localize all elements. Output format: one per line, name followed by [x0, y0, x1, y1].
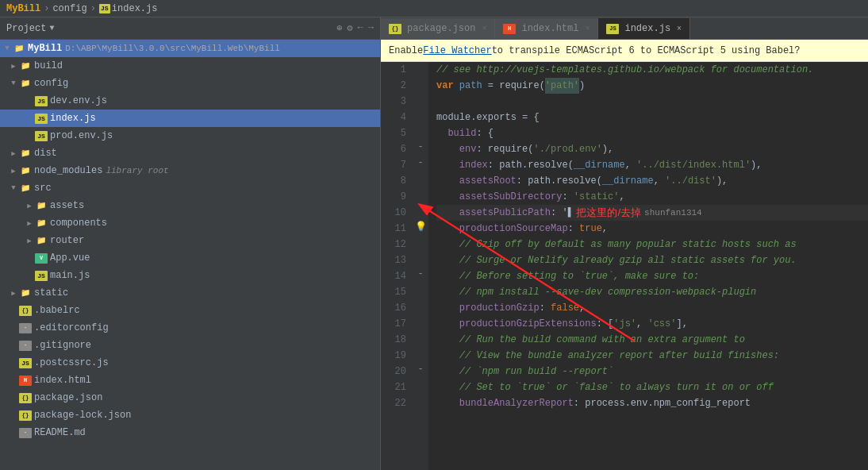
- settings-icon[interactable]: ⚙: [347, 22, 352, 34]
- code-line-1: // see http://vuejs-templates.github.io/…: [436, 62, 868, 78]
- code-token: __dirname: [574, 157, 625, 173]
- tree-item-.gitignore[interactable]: ·.gitignore: [0, 337, 380, 354]
- tree-label: src: [34, 183, 52, 194]
- tree-item-index.html[interactable]: Hindex.html: [0, 372, 380, 389]
- project-label: Project: [6, 23, 46, 34]
- code-line-21: // Set to `true` or `false` to always tu…: [436, 379, 868, 395]
- tab-package.json[interactable]: {}package.json×: [381, 18, 495, 39]
- tree-arrow: ▶: [8, 167, 19, 175]
- tree-item-.editorconfig[interactable]: ·.editorconfig: [0, 319, 380, 337]
- tree-arrow: ▶: [24, 237, 35, 245]
- js-tab-icon: JS: [606, 24, 619, 34]
- js-icon: JS: [35, 131, 48, 141]
- code-line-4: module.exports = {: [436, 110, 868, 125]
- title-indexjs: index.js: [112, 3, 158, 14]
- code-line-11: productionSourceMap: true,: [436, 221, 868, 237]
- tree-item-.postcssrc.js[interactable]: JS.postcssrc.js: [0, 354, 380, 372]
- tab-index.html[interactable]: Hindex.html×: [495, 18, 598, 39]
- folder-icon: 📁: [19, 148, 32, 159]
- code-token: ),: [751, 157, 762, 173]
- title-mybill: MyBill: [6, 3, 40, 14]
- file-watcher-link[interactable]: File Watcher: [423, 45, 491, 56]
- code-token: env: [436, 141, 476, 157]
- folder-icon: 📁: [19, 60, 32, 71]
- code-line-16: productionGzip: false,: [436, 300, 868, 316]
- tree-label: config: [34, 78, 68, 89]
- tree-item-prod.env.js[interactable]: JSprod.env.js: [0, 127, 380, 144]
- tree-label: .babelrc: [34, 305, 80, 316]
- root-arrow: ▼: [2, 44, 13, 52]
- tree-item-node_modules[interactable]: ▶📁node_moduleslibrary root: [0, 162, 380, 179]
- chevron-down-icon[interactable]: ▼: [49, 24, 54, 33]
- vue-icon: V: [35, 253, 48, 264]
- tree-item-App.vue[interactable]: VApp.vue: [0, 249, 380, 267]
- tree-label: README.md: [34, 427, 86, 438]
- dot-icon: ·: [19, 428, 32, 438]
- code-editor[interactable]: 12345678910111213141516171819202122 --💡-…: [381, 62, 868, 470]
- tree-item-assets[interactable]: ▶📁assets: [0, 197, 380, 214]
- tree-item-index.js[interactable]: JSindex.js: [0, 110, 380, 127]
- dot-icon: ·: [19, 341, 32, 351]
- code-token: ),: [716, 173, 728, 189]
- line-num-15: 15: [381, 284, 406, 300]
- code-token: path: [459, 78, 482, 94]
- line-num-19: 19: [381, 348, 406, 364]
- tab-label: package.json: [407, 23, 475, 34]
- line-num-21: 21: [381, 379, 406, 395]
- code-line-12: // Gzip off by default as many popular s…: [436, 237, 868, 252]
- line-num-18: 18: [381, 332, 406, 348]
- code-token: :: [540, 300, 551, 316]
- tree-label: .editorconfig: [34, 322, 109, 333]
- line-num-6: 6: [381, 141, 406, 157]
- tree-item-config[interactable]: ▼📁config: [0, 75, 380, 92]
- tab-close-btn[interactable]: ×: [585, 25, 590, 33]
- tab-close-btn[interactable]: ×: [482, 25, 486, 33]
- code-line-20: // `npm run build --report`: [436, 364, 868, 379]
- fold-icon: -: [417, 155, 423, 171]
- sync-icon[interactable]: ⊕: [336, 22, 342, 34]
- tree-item-router[interactable]: ▶📁router: [0, 232, 380, 249]
- code-line-22: bundleAnalyzerReport: process.env.npm_co…: [436, 395, 868, 411]
- tree-item-components[interactable]: ▶📁components: [0, 214, 380, 232]
- code-token: bundleAnalyzerReport: [436, 395, 574, 411]
- line-num-4: 4: [381, 110, 406, 125]
- dot-icon: ·: [19, 323, 32, 333]
- code-token: = require(: [482, 78, 545, 94]
- tree-item-dist[interactable]: ▶📁dist: [0, 144, 380, 162]
- code-token: ,: [654, 173, 665, 189]
- tree-root[interactable]: ▼ 📁 MyBill D:\ABP\MyBill\3.0.0\src\MyBil…: [0, 40, 380, 57]
- tree-arrow: ▶: [8, 62, 19, 71]
- tree-item-.babelrc[interactable]: {}.babelrc: [0, 302, 380, 319]
- tree-item-src[interactable]: ▼📁src: [0, 179, 380, 197]
- html-icon: H: [19, 376, 32, 386]
- code-token: // npm install --save-dev compression-we…: [436, 284, 756, 300]
- code-token: :: [562, 189, 573, 205]
- code-token: 'static': [574, 189, 620, 205]
- tab-close-btn[interactable]: ×: [677, 25, 682, 33]
- tree-item-main.js[interactable]: JSmain.js: [0, 267, 380, 284]
- tree-item-package-lock.json[interactable]: {}package-lock.json: [0, 406, 380, 424]
- title-icon-js: JS: [99, 4, 110, 13]
- arrow-right-icon[interactable]: →: [368, 22, 374, 34]
- code-line-8: assetsRoot: path.resolve(__dirname, '../…: [436, 173, 868, 189]
- file-tree: ▼ 📁 MyBill D:\ABP\MyBill\3.0.0\src\MyBil…: [0, 40, 380, 470]
- fold-icon: -: [417, 266, 423, 282]
- code-token: productionGzip: [436, 300, 540, 316]
- code-token: = {: [517, 110, 540, 125]
- code-line-3: [436, 94, 868, 110]
- line-numbers: 12345678910111213141516171819202122: [381, 62, 413, 470]
- tree-item-static[interactable]: ▶📁static: [0, 284, 380, 302]
- folder-icon: 📁: [19, 183, 32, 194]
- notification-text-after: to transpile ECMAScript 6 to ECMAScript …: [492, 45, 801, 56]
- tree-item-build[interactable]: ▶📁build: [0, 57, 380, 75]
- arrow-left-icon[interactable]: ←: [358, 22, 363, 34]
- tab-index.js[interactable]: JSindex.js×: [598, 18, 690, 39]
- tree-item-README.md[interactable]: ·README.md: [0, 424, 380, 441]
- line-num-17: 17: [381, 316, 406, 332]
- code-token: : require(: [476, 141, 533, 157]
- tree-item-package.json[interactable]: {}package.json: [0, 389, 380, 406]
- code-token: build: [436, 125, 476, 141]
- js-icon: JS: [35, 114, 48, 124]
- editor-tabs: {}package.json×Hindex.html×JSindex.js×: [381, 17, 868, 40]
- tree-item-dev.env.js[interactable]: JSdev.env.js: [0, 92, 380, 110]
